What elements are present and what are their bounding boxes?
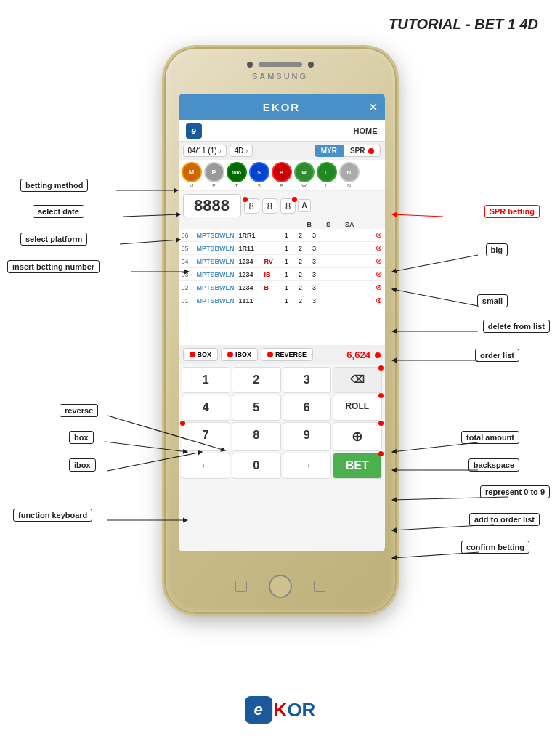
col-s: S — [326, 221, 330, 228]
order-digits: 1234 — [239, 284, 262, 291]
label-box: box — [69, 431, 94, 444]
bet-amount-s[interactable]: 8 — [262, 198, 277, 214]
close-icon[interactable]: ✕ — [368, 100, 378, 114]
key-right-arrow[interactable]: → — [283, 453, 332, 479]
order-digits: 1111 — [239, 297, 262, 304]
currency-group: MYR SPR — [315, 145, 381, 157]
svg-line-8 — [392, 214, 443, 217]
key-7[interactable]: 7 — [182, 422, 231, 451]
key-3[interactable]: 3 — [283, 367, 332, 393]
platform-icon-m: M — [182, 162, 202, 182]
key-1[interactable]: 1 — [182, 367, 231, 393]
bet-amount-sa[interactable]: 8 A — [280, 198, 296, 214]
date-arrow-icon: › — [219, 147, 222, 155]
myr-button[interactable]: MYR — [315, 145, 344, 157]
order-digits: 1R11 — [239, 245, 262, 252]
total-red-dot — [375, 352, 381, 358]
delete-icon[interactable]: ⊗ — [376, 283, 382, 292]
key7-red-dot — [180, 421, 185, 426]
ibox-button[interactable]: IBOX — [221, 348, 258, 361]
table-row: 06 MPTSBWLN 1RR1 1 2 3 ⊗ — [179, 229, 385, 242]
order-num: 02 — [182, 284, 195, 291]
key-roll[interactable]: ROLL — [333, 395, 382, 421]
keypad: 1 2 3 ⌫ 4 5 6 ROLL 7 8 9 — [179, 364, 385, 482]
platform-label-m: M — [190, 183, 194, 188]
order-list: 06 MPTSBWLN 1RR1 1 2 3 ⊗ 05 MPTSBWLN 1R1… — [179, 229, 385, 345]
total-amount: 6,624 — [346, 349, 380, 360]
key-5[interactable]: 5 — [232, 395, 281, 421]
key-9[interactable]: 9 — [283, 422, 332, 451]
order-b: 1 — [281, 232, 293, 239]
phone-wrap: SAMSUNG EKOR ✕ e HOME 04/11 (1) › 4D — [164, 47, 397, 614]
app-header: EKOR ✕ — [179, 94, 385, 120]
key-bet[interactable]: BET — [333, 453, 382, 479]
order-sa: 3 — [309, 232, 320, 239]
key-2[interactable]: 2 — [232, 367, 281, 393]
platform-icon-t: toto — [227, 162, 247, 182]
platform-item-p[interactable]: P P — [204, 162, 224, 188]
platform-item-n[interactable]: N N — [339, 162, 360, 188]
app-logo: e — [186, 123, 202, 139]
spr-button[interactable]: SPR — [344, 145, 381, 157]
date-button[interactable]: 04/11 (1) › — [183, 145, 227, 157]
platform-item-s[interactable]: S S — [249, 162, 269, 188]
order-b: 1 — [281, 245, 293, 252]
app-nav: e HOME — [179, 120, 385, 142]
platform-label-p: P — [212, 183, 216, 188]
phone-bottom — [235, 575, 325, 598]
date-value: 04/11 (1) — [188, 147, 217, 155]
delete-icon[interactable]: ⊗ — [376, 243, 382, 253]
bet-amount-b[interactable]: 8 — [244, 198, 259, 214]
key-backspace[interactable]: ⌫ — [333, 367, 382, 393]
platform-icon-l: L — [317, 162, 337, 182]
bet-type-button[interactable]: 4D › — [230, 145, 253, 157]
reverse-red-circle — [267, 352, 273, 357]
box-button[interactable]: BOX — [183, 348, 219, 361]
phone-screen: EKOR ✕ e HOME 04/11 (1) › 4D › — [179, 94, 385, 551]
label-select-platform: select platform — [20, 232, 87, 246]
recent-button[interactable] — [314, 581, 325, 592]
platform-item-m[interactable]: M M — [182, 162, 202, 188]
label-confirm-betting: confirm betting — [461, 541, 529, 554]
order-platform: MPTSBWLN — [197, 245, 237, 252]
table-row: 03 MPTSBWLN 1234 IB 1 2 3 ⊗ — [179, 268, 385, 281]
order-platform: MPTSBWLN — [197, 271, 237, 278]
order-num: 05 — [182, 245, 195, 252]
col-sa: SA — [345, 221, 354, 228]
platform-item-t[interactable]: toto T — [227, 162, 247, 188]
ekor-e-icon: e — [245, 696, 272, 724]
order-num: 06 — [182, 232, 195, 239]
key-0[interactable]: 0 — [232, 453, 281, 479]
key-4[interactable]: 4 — [182, 395, 231, 421]
order-digits: 1234 — [239, 258, 262, 265]
delete-icon[interactable]: ⊗ — [376, 230, 382, 240]
order-b: 1 — [281, 258, 293, 265]
add-red-dot — [378, 421, 384, 426]
order-s: 2 — [295, 245, 307, 252]
date-row: 04/11 (1) › 4D › MYR SPR — [179, 142, 385, 160]
bet-type-arrow-icon: › — [245, 147, 248, 155]
back-button[interactable] — [235, 581, 247, 592]
table-row: 01 MPTSBWLN 1111 1 2 3 ⊗ — [179, 294, 385, 307]
order-s: 2 — [295, 284, 307, 291]
delete-icon[interactable]: ⊗ — [376, 296, 382, 305]
platform-icon-s: S — [249, 162, 269, 182]
spr-dot — [368, 148, 374, 154]
svg-line-9 — [392, 255, 478, 272]
key-add[interactable]: ⊕ — [333, 422, 382, 451]
bet-number-display[interactable]: 8888 — [183, 194, 241, 217]
key-left-arrow[interactable]: ← — [182, 453, 231, 479]
delete-icon[interactable]: ⊗ — [376, 256, 382, 266]
platform-item-l[interactable]: L L — [317, 162, 337, 188]
key-6[interactable]: 6 — [283, 395, 332, 421]
key-8[interactable]: 8 — [232, 422, 281, 451]
platform-item-b[interactable]: B B — [272, 162, 292, 188]
platform-item-w[interactable]: W W — [294, 162, 315, 188]
bet-type-value: 4D — [235, 147, 244, 155]
reverse-button[interactable]: REVERSE — [261, 348, 313, 361]
delete-icon[interactable]: ⊗ — [376, 270, 382, 279]
number-row: 8888 8 8 8 A — [179, 191, 385, 220]
home-button[interactable] — [269, 575, 292, 598]
order-digits: 1234 — [239, 271, 262, 278]
platform-icon-b: B — [272, 162, 292, 182]
